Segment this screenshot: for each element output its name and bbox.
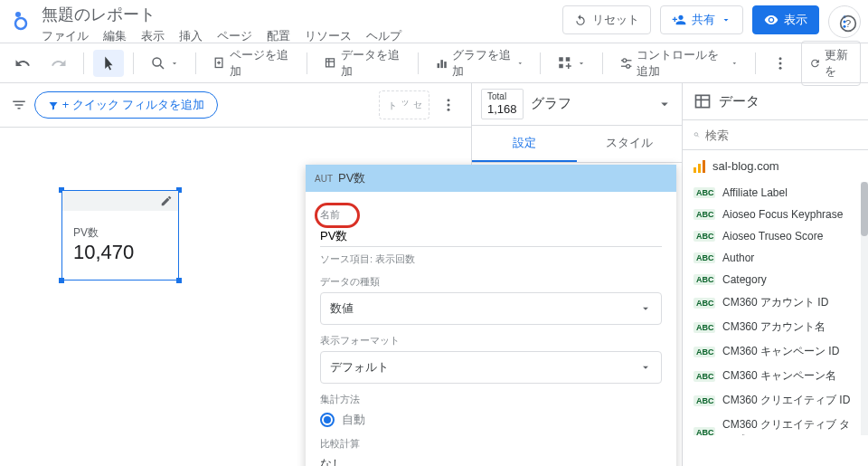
data-type-label: データの種類 xyxy=(320,275,662,289)
toolbar-more[interactable] xyxy=(765,50,796,77)
format-select[interactable]: デフォルト xyxy=(320,351,662,384)
refresh-button[interactable]: 更新を xyxy=(801,41,861,86)
svg-rect-18 xyxy=(559,57,563,62)
chevron-down-icon xyxy=(731,59,739,68)
magnifier-icon xyxy=(150,55,166,71)
scorecard-chart[interactable]: PV数 10,470 xyxy=(61,190,179,281)
field-row[interactable]: ABCCM360 キャンペーン名 xyxy=(683,364,868,388)
field-name: Aioseo Focus Keyphrase xyxy=(722,208,843,221)
field-type-badge: ABC xyxy=(693,427,715,435)
field-row[interactable]: ABCAffiliate Label xyxy=(683,182,868,204)
filter-more-button[interactable] xyxy=(437,93,460,117)
add-chart-button[interactable]: グラフを追加 xyxy=(428,42,531,85)
help-icon: ? xyxy=(839,14,857,33)
add-control-button[interactable]: コントロールを追加 xyxy=(612,42,746,85)
field-row[interactable]: ABCCM360 アカウント ID xyxy=(683,290,868,315)
svg-point-25 xyxy=(778,57,781,60)
name-label: 名前 xyxy=(320,208,662,222)
svg-rect-20 xyxy=(559,63,563,68)
compare-value: なし xyxy=(320,454,662,466)
looker-logo-icon xyxy=(11,9,33,31)
field-type-badge: ABC xyxy=(693,371,715,382)
slider-icon xyxy=(619,55,633,71)
field-name: CM360 クリエイティブ ID xyxy=(722,393,850,408)
svg-point-28 xyxy=(448,99,450,101)
add-data-button[interactable]: データを追加 xyxy=(316,42,409,85)
field-row[interactable]: ABCCategory xyxy=(683,269,868,290)
field-name: Affiliate Label xyxy=(722,186,788,199)
chevron-down-icon xyxy=(656,96,673,112)
help-button[interactable]: ? xyxy=(835,11,861,36)
redo-button[interactable] xyxy=(43,50,74,77)
field-row[interactable]: ABCAioseo Truseo Score xyxy=(683,225,868,247)
search-input[interactable] xyxy=(705,128,857,142)
filter-icon xyxy=(11,97,27,113)
view-button[interactable]: 表示 xyxy=(752,5,819,34)
compare-label: 比較計算 xyxy=(320,437,662,451)
svg-point-1 xyxy=(15,18,26,29)
data-panel-title: データ xyxy=(719,93,760,110)
data-search[interactable] xyxy=(683,120,868,150)
tab-setup[interactable]: 設定 xyxy=(472,126,577,162)
more-vert-icon xyxy=(772,55,788,71)
tab-style[interactable]: スタイル xyxy=(577,126,682,162)
field-edit-popup: AUT PV数 名前 ソース項目: 表示回数 データの種類 数値 表示フォーマッ… xyxy=(306,165,676,466)
share-button[interactable]: 共有 xyxy=(660,5,743,34)
popup-title: PV数 xyxy=(338,170,365,186)
chevron-down-icon xyxy=(721,14,731,25)
svg-rect-16 xyxy=(440,60,443,68)
field-row[interactable]: ABCCM360 クリエイティブ ID xyxy=(683,388,868,413)
field-name: Category xyxy=(722,273,767,286)
field-type-badge: ABC xyxy=(693,187,715,198)
menu-file[interactable]: ファイル xyxy=(42,28,89,44)
data-table-icon xyxy=(693,92,712,110)
svg-text:?: ? xyxy=(845,17,852,29)
add-page-button[interactable]: ページを追加 xyxy=(205,42,297,85)
menu-edit[interactable]: 編集 xyxy=(103,28,127,44)
field-name: CM360 アカウント ID xyxy=(722,295,828,310)
svg-rect-12 xyxy=(326,58,334,66)
reset-button[interactable]: リセット xyxy=(562,5,651,34)
scrollbar-thumb[interactable] xyxy=(861,182,868,236)
add-quick-filter-button[interactable]: + クイック フィルタを追加 xyxy=(34,91,218,119)
community-viz-button[interactable] xyxy=(550,50,593,77)
field-row[interactable]: ABCCM360 キャンペーン ID xyxy=(683,339,868,364)
source-field-label: ソース項目: 表示回数 xyxy=(320,252,662,266)
aggregation-auto-radio[interactable]: 自動 xyxy=(320,412,662,428)
data-source-row[interactable]: sal-blog.com xyxy=(683,150,868,182)
chart-icon xyxy=(435,55,448,71)
set-badge: セット xyxy=(379,90,429,119)
popup-header: AUT PV数 xyxy=(306,165,676,192)
menu-insert[interactable]: 挿入 xyxy=(179,28,203,44)
radio-icon xyxy=(320,413,335,427)
field-type-badge: ABC xyxy=(693,252,715,263)
grid-plus-icon xyxy=(557,55,573,71)
menu-view[interactable]: 表示 xyxy=(141,28,165,44)
svg-point-7 xyxy=(153,58,161,66)
name-input[interactable] xyxy=(320,225,662,247)
field-list: ABCAffiliate LabelABCAioseo Focus Keyphr… xyxy=(683,182,868,435)
chart-type-selector[interactable]: グラフ xyxy=(531,95,571,112)
total-box: Total 1,168 xyxy=(481,89,524,119)
eye-icon xyxy=(764,13,778,27)
funnel-icon xyxy=(48,100,59,111)
undo-icon xyxy=(574,14,587,26)
svg-line-35 xyxy=(697,136,698,137)
svg-line-8 xyxy=(160,65,164,69)
data-type-select[interactable]: 数値 xyxy=(320,292,662,325)
field-row[interactable]: ABCAioseo Focus Keyphrase xyxy=(683,204,868,225)
field-row[interactable]: ABCCM360 クリエイティブ タイプ xyxy=(683,413,868,435)
svg-point-0 xyxy=(15,12,21,17)
field-row[interactable]: ABCAuthor xyxy=(683,247,868,269)
select-tool[interactable] xyxy=(93,50,124,77)
field-type-badge: ABC xyxy=(693,347,715,357)
chevron-down-icon xyxy=(577,59,586,68)
zoom-tool[interactable] xyxy=(143,50,186,77)
field-type-badge: ABC xyxy=(693,274,715,285)
undo-button[interactable] xyxy=(7,50,38,77)
field-row[interactable]: ABCCM360 アカウント名 xyxy=(683,315,868,339)
document-title[interactable]: 無題のレポート xyxy=(42,4,401,25)
svg-point-34 xyxy=(694,133,698,137)
analytics-icon xyxy=(693,160,705,173)
field-name: Author xyxy=(722,252,754,264)
